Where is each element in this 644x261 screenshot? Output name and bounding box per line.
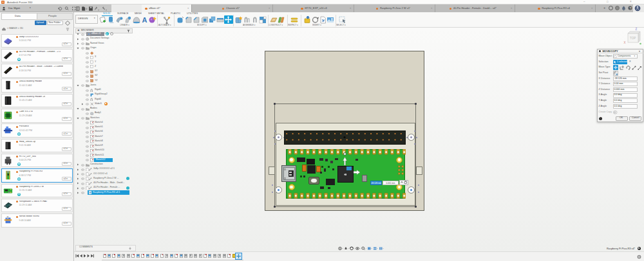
- svg-text:X: X: [624, 41, 626, 44]
- svg-text:TOP: TOP: [630, 37, 636, 40]
- svg-text:?: ?: [629, 6, 631, 10]
- svg-text:Z: Z: [636, 28, 638, 31]
- svg-text:A: A: [142, 16, 147, 24]
